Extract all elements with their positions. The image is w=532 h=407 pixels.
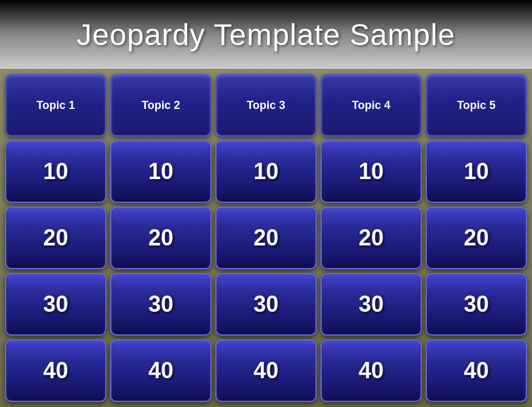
value-4-40: 40	[359, 358, 384, 384]
row-30: 30 30 30 30 30	[5, 273, 527, 336]
topic-4-label: Topic 4	[352, 99, 391, 112]
topic-5-label: Topic 5	[457, 99, 496, 112]
value-1-20: 20	[43, 225, 68, 251]
cell-1-30[interactable]: 30	[5, 273, 106, 336]
value-2-40: 40	[148, 358, 173, 384]
cell-3-40[interactable]: 40	[215, 339, 317, 402]
topic-2-header[interactable]: Topic 2	[110, 74, 212, 137]
value-3-10: 10	[253, 158, 279, 185]
cell-5-40[interactable]: 40	[426, 339, 527, 402]
cell-5-30[interactable]: 30	[426, 273, 527, 336]
value-5-10: 10	[464, 158, 489, 185]
value-3-20: 20	[253, 225, 279, 251]
header: Jeopardy Template Sample	[0, 0, 532, 69]
topics-row: Topic 1 Topic 2 Topic 3 Topic 4 Topic 5	[5, 74, 527, 137]
value-3-30: 30	[253, 291, 279, 317]
page-title: Jeopardy Template Sample	[77, 18, 456, 52]
topic-3-label: Topic 3	[247, 99, 285, 112]
cell-1-20[interactable]: 20	[5, 207, 106, 269]
topic-5-header[interactable]: Topic 5	[426, 74, 527, 137]
cell-2-10[interactable]: 10	[110, 140, 212, 203]
row-40: 40 40 40 40 40	[5, 339, 527, 402]
cell-2-30[interactable]: 30	[110, 273, 212, 336]
cell-3-30[interactable]: 30	[215, 273, 317, 336]
cell-5-20[interactable]: 20	[426, 207, 527, 269]
value-4-10: 10	[359, 158, 384, 185]
topic-1-label: Topic 1	[36, 99, 75, 112]
game-board: Topic 1 Topic 2 Topic 3 Topic 4 Topic 5 …	[0, 69, 532, 407]
value-4-20: 20	[359, 225, 384, 251]
value-5-20: 20	[464, 225, 489, 251]
cell-5-10[interactable]: 10	[426, 140, 527, 203]
value-3-40: 40	[253, 358, 279, 384]
topic-2-label: Topic 2	[141, 99, 180, 112]
cell-1-40[interactable]: 40	[5, 339, 106, 402]
cell-3-10[interactable]: 10	[215, 140, 317, 203]
value-2-20: 20	[148, 225, 173, 251]
value-4-30: 30	[359, 291, 384, 317]
cell-4-40[interactable]: 40	[320, 339, 422, 402]
cell-2-40[interactable]: 40	[110, 339, 212, 402]
value-1-40: 40	[43, 358, 68, 384]
value-2-10: 10	[148, 158, 173, 185]
cell-3-20[interactable]: 20	[215, 207, 317, 269]
topic-3-header[interactable]: Topic 3	[215, 74, 317, 137]
cell-4-10[interactable]: 10	[320, 140, 422, 203]
app: Jeopardy Template Sample Topic 1 Topic 2…	[0, 0, 532, 407]
cell-4-20[interactable]: 20	[320, 207, 422, 269]
value-5-40: 40	[464, 358, 489, 384]
cell-2-20[interactable]: 20	[110, 207, 212, 269]
row-20: 20 20 20 20 20	[5, 207, 527, 269]
value-1-10: 10	[43, 158, 68, 185]
cell-4-30[interactable]: 30	[320, 273, 422, 336]
value-1-30: 30	[43, 291, 68, 317]
topic-1-header[interactable]: Topic 1	[5, 74, 106, 137]
value-5-30: 30	[464, 291, 489, 317]
value-2-30: 30	[148, 291, 173, 317]
cell-1-10[interactable]: 10	[5, 140, 106, 203]
topic-4-header[interactable]: Topic 4	[320, 74, 422, 137]
row-10: 10 10 10 10 10	[5, 140, 527, 203]
